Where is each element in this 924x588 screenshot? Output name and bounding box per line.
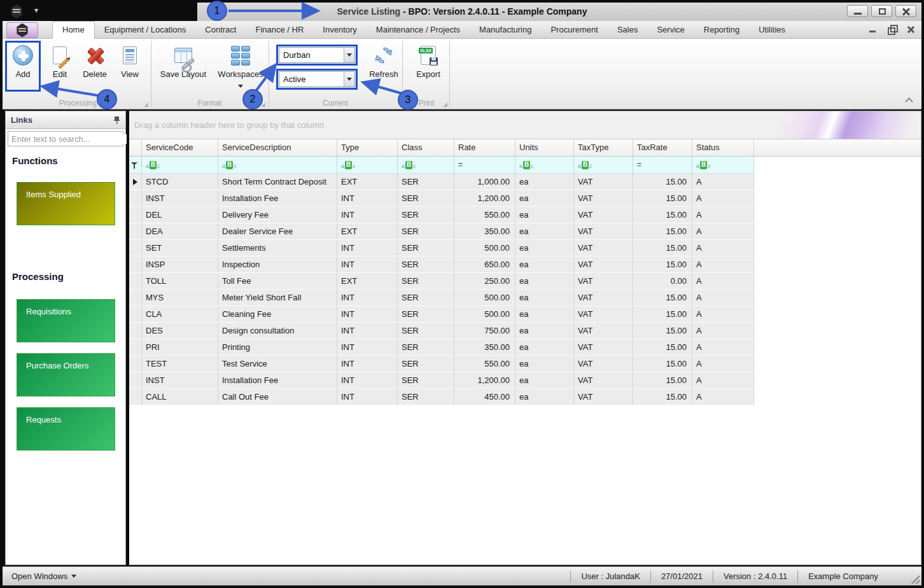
add-button[interactable]: Add (8, 43, 38, 79)
grid-rows: STCDShort Term Contract DepositEXTSER1,0… (129, 174, 921, 405)
application-menu-button[interactable] (6, 22, 38, 38)
cell-units: ea (515, 339, 574, 356)
cell-servicedescription: Installation Fee (218, 372, 337, 389)
tab-home[interactable]: Home (52, 21, 95, 39)
tab-reporting[interactable]: Reporting (694, 21, 749, 39)
table-row[interactable]: DEADealer Service FeeEXTSER350.00eaVAT15… (129, 223, 921, 240)
tab-service[interactable]: Service (647, 21, 694, 39)
document-restore-icon[interactable] (887, 25, 896, 34)
document-close-icon[interactable] (906, 25, 915, 34)
minimize-button[interactable] (847, 5, 868, 17)
ribbon: Add Edit Delete View Processing Save Lay… (3, 39, 921, 109)
tab-inventory[interactable]: Inventory (313, 21, 366, 39)
row-indicator (129, 273, 142, 290)
table-row[interactable]: PRIPrintingINTSER350.00eaVAT15.00A (129, 339, 921, 356)
view-button[interactable]: View (115, 43, 145, 79)
branch-dropdown-arrow-icon[interactable] (344, 48, 354, 62)
column-header-type[interactable]: Type (337, 139, 398, 157)
maximize-button[interactable] (871, 5, 892, 17)
tab-equipment-locations[interactable]: Equipment / Locations (95, 21, 196, 39)
print-dialog-launcher-icon[interactable] (443, 102, 447, 107)
view-document-icon (123, 46, 137, 64)
table-row[interactable]: DESDesign consultationINTSER750.00eaVAT1… (129, 323, 921, 339)
tab-manufacturing[interactable]: Manufacturing (470, 21, 541, 39)
column-header-taxrate[interactable]: TaxRate (633, 139, 692, 157)
table-row[interactable]: INSPInspectionINTSER650.00eaVAT15.00A (129, 256, 921, 273)
table-row[interactable]: STCDShort Term Contract DepositEXTSER1,0… (129, 174, 921, 190)
filter-cell-class[interactable]: aBc (398, 157, 454, 174)
group-by-bar[interactable]: Drag a column header here to group by th… (129, 111, 921, 139)
workspaces-button[interactable]: Workspaces (214, 43, 267, 90)
tab-utilities[interactable]: Utilities (749, 21, 795, 39)
resize-grip[interactable] (909, 573, 920, 584)
refresh-button[interactable]: Refresh (364, 43, 403, 79)
cell-rate: 250.00 (454, 273, 515, 290)
processing-dialog-launcher-icon[interactable] (144, 102, 148, 107)
cell-status: A (692, 372, 754, 389)
save-layout-button[interactable]: Save Layout (158, 43, 209, 79)
group-label-current: Current (269, 99, 402, 108)
save-layout-icon (174, 48, 192, 63)
filter-cell-type[interactable]: aBc (337, 157, 398, 174)
status-dropdown-arrow-icon[interactable] (344, 72, 354, 87)
refresh-icon (374, 43, 394, 67)
annotation-badge-3: 3 (398, 90, 418, 110)
column-header-rate[interactable]: Rate (454, 139, 515, 157)
table-row[interactable]: TOLLToll FeeEXTSER250.00eaVAT0.00A (129, 273, 921, 290)
equals-filter-icon[interactable]: = (633, 157, 692, 174)
table-row[interactable]: MYSMeter Yield Short FallINTSER500.00eaV… (129, 290, 921, 306)
filter-cell-servicedescription[interactable]: aBc (218, 157, 337, 174)
table-row[interactable]: SETSettlementsINTSER500.00eaVAT15.00A (129, 240, 921, 256)
tab-contract[interactable]: Contract (195, 21, 246, 39)
column-header-units[interactable]: Units (515, 139, 574, 157)
column-header-taxtype[interactable]: TaxType (574, 139, 633, 157)
search-input[interactable] (8, 134, 127, 144)
row-filler (754, 323, 921, 339)
delete-button[interactable]: Delete (78, 43, 112, 79)
column-header-status[interactable]: Status (692, 139, 754, 157)
row-filler (754, 174, 921, 190)
table-row[interactable]: CALLCall Out FeeINTSER450.00eaVAT15.00A (129, 389, 921, 405)
edit-button[interactable]: Edit (45, 43, 75, 79)
edit-pencil-icon (53, 46, 67, 64)
close-button[interactable] (895, 5, 916, 17)
equals-filter-icon[interactable]: = (454, 157, 515, 174)
table-row[interactable]: TESTTest ServiceINTSER550.00eaVAT15.00A (129, 356, 921, 372)
filter-cell-units[interactable]: aBc (515, 157, 574, 174)
row-filler (754, 356, 921, 372)
export-button[interactable]: XLSX Export (409, 43, 448, 79)
sidebar-button-requests[interactable]: Requests (17, 407, 115, 451)
column-header-class[interactable]: Class (398, 139, 454, 157)
cell-taxrate: 15.00 (633, 323, 692, 339)
tab-finance-hr[interactable]: Finance / HR (246, 21, 313, 39)
table-row[interactable]: INSTInstallation FeeINTSER1,200.00eaVAT1… (129, 372, 921, 389)
cell-units: ea (515, 240, 574, 256)
open-windows-button[interactable]: Open Windows (11, 571, 76, 581)
filter-cell-status[interactable]: aBc (692, 157, 754, 174)
cell-status: A (692, 323, 754, 339)
ribbon-tab-row: HomeEquipment / LocationsContractFinance… (3, 21, 921, 39)
status-dropdown[interactable]: Active (279, 71, 355, 87)
tab-maintenance-projects[interactable]: Maintenance / Projects (367, 21, 470, 39)
cell-status: A (692, 240, 754, 256)
processing-section: Processing RequisitionsPurchase OrdersRe… (6, 271, 125, 451)
branch-dropdown[interactable]: Durban (279, 47, 355, 63)
table-row[interactable]: CLACleaning FeeINTSER500.00eaVAT15.00A (129, 306, 921, 323)
column-header-servicecode[interactable]: ServiceCode (142, 139, 218, 157)
current-row-arrow-icon (133, 179, 137, 185)
document-minimize-icon[interactable] (868, 25, 877, 34)
pin-icon[interactable] (113, 116, 120, 124)
sidebar-button-purchase-orders[interactable]: Purchase Orders (17, 353, 115, 396)
sidebar-button-requisitions[interactable]: Requisitions (17, 299, 115, 342)
tab-procurement[interactable]: Procurement (541, 21, 607, 39)
grid-filter-row: aBcaBcaBcaBc=aBcaBc=aBc (129, 157, 921, 174)
sidebar-button-items-supplied[interactable]: Items Supplied (17, 182, 115, 225)
tab-sales[interactable]: Sales (608, 21, 648, 39)
filter-cell-taxtype[interactable]: aBc (574, 157, 633, 174)
table-row[interactable]: DELDelivery FeeINTSER550.00eaVAT15.00A (129, 207, 921, 223)
add-plus-icon (13, 45, 33, 66)
table-row[interactable]: INSTInstallation FeeINTSER1,200.00eaVAT1… (129, 190, 921, 207)
collapse-ribbon-icon[interactable] (905, 97, 914, 104)
filter-cell-servicecode[interactable]: aBc (142, 157, 218, 174)
column-header-servicedescription[interactable]: ServiceDescription (218, 139, 337, 157)
